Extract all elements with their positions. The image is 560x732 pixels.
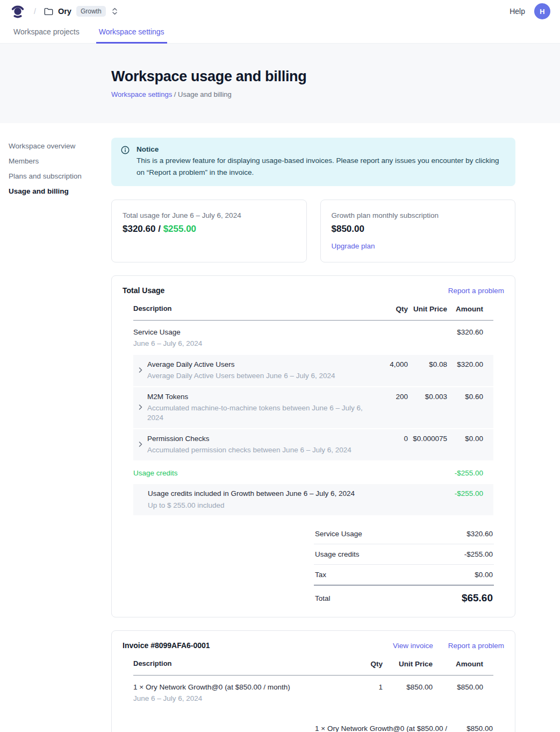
view-invoice-link[interactable]: View invoice (393, 642, 433, 650)
header-actions: Help H (509, 3, 550, 19)
table-row-m2m-tokens[interactable]: M2M Tokens Accumulated machine-to-machin… (133, 387, 493, 428)
notice-content: Notice This is a preview feature for dis… (137, 145, 506, 178)
breadcrumb-current: Usage and billing (178, 90, 232, 98)
plan-amount: $850.00 (332, 224, 505, 234)
plan-subscription-card: Growth plan monthly subscription $850.00… (320, 200, 516, 262)
total-usage-card: Total usage for June 6 – July 6, 2024 $3… (111, 200, 307, 262)
summary-row-usage-credits: Usage credits-$255.00 (314, 544, 494, 565)
table-row-plan-line-item: 1 × Ory Network Growth@0 (at $850.00 / m… (133, 676, 493, 710)
chevron-up-down-icon (112, 8, 118, 15)
ory-logo-icon[interactable] (11, 4, 25, 18)
table-row-permission-checks[interactable]: Permission Checks Accumulated permission… (133, 429, 493, 460)
sidebar-item-workspace-overview[interactable]: Workspace overview (9, 139, 111, 154)
sidebar-item-usage-and-billing[interactable]: Usage and billing (9, 184, 111, 199)
col-qty: Qty (340, 659, 383, 669)
sidebar-item-members[interactable]: Members (9, 154, 111, 169)
workspace-name: Ory (58, 7, 71, 16)
col-amount: Amount (433, 659, 493, 669)
settings-sidebar: Workspace overview Members Plans and sub… (9, 138, 111, 199)
info-icon (121, 145, 130, 178)
workspace-switcher[interactable]: Ory Growth (44, 6, 118, 17)
breadcrumb-workspace-settings-link[interactable]: Workspace settings (111, 90, 172, 98)
help-link[interactable]: Help (509, 7, 525, 16)
main-area: Workspace overview Members Plans and sub… (0, 123, 560, 732)
table-row-average-daily-active-users[interactable]: Average Daily Active Users Average Daily… (133, 355, 493, 386)
usage-table-header: Description Qty Unit Price Amount (133, 304, 493, 321)
workspace-tabs: Workspace projects Workspace settings (0, 23, 560, 44)
tab-workspace-projects[interactable]: Workspace projects (11, 23, 82, 44)
user-avatar[interactable]: H (534, 3, 550, 19)
usage-summary: Service Usage$320.60 Usage credits-$255.… (314, 524, 494, 605)
breadcrumb-separator: / (34, 7, 36, 16)
breadcrumb: Workspace settings / Usage and billing (111, 90, 560, 98)
page-title: Workspace usage and billing (111, 68, 560, 85)
notice-title: Notice (137, 145, 506, 153)
report-problem-link[interactable]: Report a problem (448, 642, 504, 650)
usage-panel-title: Total Usage (123, 286, 164, 295)
upgrade-plan-link[interactable]: Upgrade plan (332, 242, 375, 250)
col-qty: Qty (365, 304, 408, 314)
notice-banner: Notice This is a preview feature for dis… (111, 138, 515, 186)
breadcrumb-separator: / (174, 90, 178, 98)
total-usage-panel: Total Usage Report a problem Description… (111, 275, 515, 617)
usage-total-amount: $65.60 (462, 592, 493, 604)
sidebar-item-plans-and-subscription[interactable]: Plans and subscription (9, 169, 111, 184)
tab-workspace-settings[interactable]: Workspace settings (96, 23, 167, 44)
total-usage-label: Total usage for June 6 – July 6, 2024 (123, 211, 296, 219)
invoice-table: Description Qty Unit Price Amount 1 × Or… (133, 659, 493, 710)
usage-table: Description Qty Unit Price Amount Servic… (133, 304, 493, 515)
total-usage-value: $320.60 / $255.00 (123, 224, 296, 234)
table-row-usage-credits-detail: Usage credits included in Growth between… (133, 484, 493, 515)
report-problem-link[interactable]: Report a problem (448, 287, 504, 295)
folder-icon (44, 8, 53, 16)
included-credit-value: $255.00 (163, 224, 196, 234)
col-amount: Amount (447, 304, 493, 314)
content-column: Notice This is a preview feature for dis… (111, 138, 515, 732)
col-description: Description (133, 659, 340, 667)
table-row-usage-credits: Usage credits -$255.00 (133, 461, 493, 485)
invoice-panel: Invoice #8099AFA6-0001 View invoice Repo… (111, 630, 515, 732)
chevron-right-icon[interactable] (138, 367, 143, 373)
chevron-right-icon[interactable] (138, 441, 143, 447)
top-header: / Ory Growth Help H (0, 0, 560, 23)
stat-cards: Total usage for June 6 – July 6, 2024 $3… (111, 200, 515, 262)
table-row-service-usage: Service Usage June 6 – July 6, 2024 $320… (133, 321, 493, 355)
chevron-right-icon[interactable] (138, 404, 143, 410)
notice-body: This is a preview feature for displaying… (137, 155, 506, 178)
col-unit-price: Unit Price (383, 659, 433, 669)
invoice-panel-header: Invoice #8099AFA6-0001 View invoice Repo… (123, 641, 504, 650)
invoice-table-header: Description Qty Unit Price Amount (133, 659, 493, 676)
summary-row-total: Total $65.60 (314, 586, 494, 605)
summary-row-service-usage: Service Usage$320.60 (314, 524, 494, 544)
page-hero: Workspace usage and billing Workspace se… (0, 44, 560, 123)
invoice-summary: 1 × Ory Network Growth@0 (at $850.00 / m… (314, 719, 494, 732)
col-unit-price: Unit Price (408, 304, 447, 314)
summary-row-tax: Tax$0.00 (314, 565, 494, 586)
plan-label: Growth plan monthly subscription (332, 211, 505, 219)
col-description: Description (133, 304, 365, 312)
usage-panel-header: Total Usage Report a problem (123, 286, 504, 295)
summary-row-plan-line-item: 1 × Ory Network Growth@0 (at $850.00 / m… (314, 719, 494, 732)
workspace-plan-badge: Growth (76, 6, 106, 17)
invoice-title: Invoice #8099AFA6-0001 (123, 641, 210, 650)
